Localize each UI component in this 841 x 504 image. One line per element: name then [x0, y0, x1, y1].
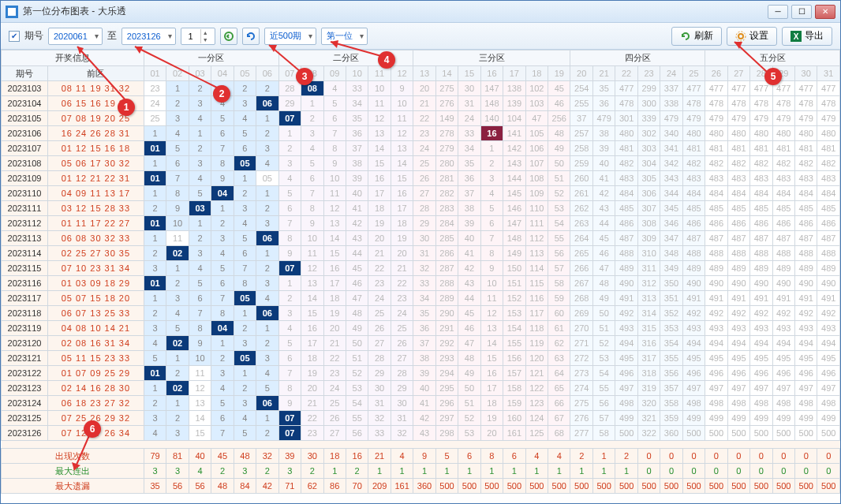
cell-val: 349	[660, 261, 682, 276]
titlebar: 第一位分布图表 - 大乐透 ─ ☐ ✕	[1, 1, 840, 23]
cell-val: 8	[301, 201, 323, 216]
cell-val: 42	[458, 261, 480, 276]
stat-val: 0	[727, 449, 749, 464]
cell-val: 266	[570, 261, 592, 276]
cell-val: 493	[727, 321, 749, 336]
cell-val: 488	[615, 246, 637, 261]
window-title: 第一位分布图表 - 大乐透	[23, 5, 126, 18]
step-input[interactable]	[181, 32, 200, 41]
cell-val: 498	[750, 396, 772, 411]
cell-val: 04	[211, 186, 234, 201]
cell-val: 6	[166, 156, 189, 171]
cell-val: 38	[346, 156, 368, 171]
cell-val: 15	[189, 426, 211, 441]
cell-val: 306	[637, 186, 660, 201]
cell-val: 6	[323, 111, 346, 126]
cell-val: 478	[705, 96, 727, 111]
stat-val: 1	[615, 464, 637, 479]
cell-val: 3	[144, 411, 166, 426]
cell-val: 17	[391, 201, 413, 216]
col-num: 12	[391, 66, 413, 81]
step-up[interactable]: ▲	[201, 29, 210, 36]
close-button[interactable]: ✕	[815, 5, 835, 19]
cell-val: 10	[189, 351, 211, 366]
cell-val: 5	[211, 261, 234, 276]
cell-val: 498	[727, 396, 749, 411]
stat-row: 最大连出3342323212111111111111000000000	[2, 464, 840, 479]
export-button[interactable]: X导出	[782, 27, 832, 46]
cell-val: 2	[256, 336, 278, 351]
issue-checkbox[interactable]: ✔	[9, 31, 20, 42]
cell-val: 50	[548, 156, 570, 171]
cell-val: 25	[144, 111, 166, 126]
refresh-button[interactable]: 刷新	[671, 27, 722, 46]
cell-val: 4	[144, 426, 166, 441]
cell-front: 06 18 23 27 32	[47, 396, 144, 411]
cell-val: 02	[166, 246, 189, 261]
cell-val: 31	[391, 411, 413, 426]
cell-val: 353	[660, 321, 682, 336]
cell-val: 484	[682, 186, 705, 201]
cell-val: 28	[278, 81, 301, 96]
cell-val: 1	[189, 126, 211, 141]
cell-val: 01	[144, 216, 166, 231]
maximize-button[interactable]: ☐	[791, 5, 812, 19]
cell-val: 309	[637, 231, 660, 246]
refresh-icon-button[interactable]	[242, 28, 260, 45]
cell-val: 43	[346, 231, 368, 246]
cell-val: 40	[346, 186, 368, 201]
stat-val: 1	[413, 464, 435, 479]
cell-val: 477	[705, 81, 727, 96]
cell-val: 322	[637, 426, 660, 441]
stat-val: 500	[705, 479, 727, 494]
cell-val: 3	[144, 261, 166, 276]
cell-val: 11	[166, 231, 189, 246]
cell-val: 1	[278, 126, 301, 141]
cell-val: 5	[256, 381, 278, 396]
cell-val: 480	[772, 126, 794, 141]
cell-val: 3	[211, 366, 234, 381]
minimize-button[interactable]: ─	[768, 5, 788, 19]
cell-val: 488	[817, 246, 840, 261]
stat-val: 45	[211, 449, 234, 464]
cell-val: 481	[795, 141, 817, 156]
cell-front: 06 07 13 25 33	[47, 306, 144, 321]
stat-val: 39	[278, 449, 301, 464]
cell-val: 33	[413, 276, 435, 291]
cell-val: 107	[525, 156, 548, 171]
cell-val: 18	[368, 201, 391, 216]
cell-val: 67	[548, 411, 570, 426]
cell-val: 1	[144, 126, 166, 141]
stat-val: 0	[817, 449, 840, 464]
cell-val: 22	[391, 276, 413, 291]
col-num: 14	[435, 66, 458, 81]
cell-val: 12	[189, 381, 211, 396]
cell-front: 07 10 23 31 34	[47, 261, 144, 276]
cell-val: 15	[301, 306, 323, 321]
cell-val: 145	[503, 186, 525, 201]
cell-val: 17	[301, 336, 323, 351]
stat-val: 6	[503, 449, 525, 464]
cell-val: 25	[413, 156, 435, 171]
cell-val: 02	[166, 336, 189, 351]
cell-val: 491	[727, 291, 749, 306]
cell-val: 482	[727, 156, 749, 171]
cell-val: 40	[458, 231, 480, 246]
cell-val: 486	[682, 216, 705, 231]
cell-val: 9	[323, 156, 346, 171]
stat-val: 0	[750, 464, 772, 479]
table-row: 202312607 12 17 26 344315752072327563332…	[2, 426, 840, 441]
stat-val: 32	[256, 449, 278, 464]
cell-val: 153	[503, 306, 525, 321]
cell-val: 22	[323, 351, 346, 366]
cell-val: 108	[525, 171, 548, 186]
cell-val: 14	[301, 291, 323, 306]
cell-val: 8	[278, 231, 301, 246]
cell-val: 117	[525, 306, 548, 321]
cell-val: 34	[458, 141, 480, 156]
cell-issue: 2023120	[2, 336, 48, 351]
cell-issue: 2023115	[2, 261, 48, 276]
cell-val: 39	[592, 141, 615, 156]
cell-val: 48	[458, 351, 480, 366]
cell-val: 499	[727, 411, 749, 426]
